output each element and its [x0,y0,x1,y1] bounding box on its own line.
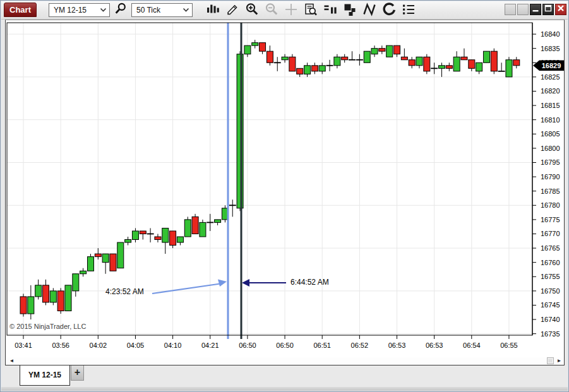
blank-button-2[interactable] [517,4,529,15]
svg-text:16770: 16770 [541,230,560,237]
svg-text:06:55: 06:55 [500,342,518,349]
svg-text:06:52: 06:52 [351,342,369,349]
svg-text:16740: 16740 [541,316,560,323]
instrument-selector[interactable]: YM 12-15 [49,3,110,17]
crosshair-button [283,3,299,18]
time-marker-label-2[interactable]: 6:44:52 AM [290,278,329,287]
svg-text:04:21: 04:21 [201,342,219,349]
svg-text:04:10: 04:10 [164,342,182,349]
zigzag-icon [362,2,377,20]
reload-icon [381,2,397,20]
window-bottom-edge [1,387,568,391]
search-icon [114,2,128,18]
chart-canvas[interactable]: 1684016835168301682516820168151681016805… [6,20,564,365]
svg-text:16755: 16755 [541,273,560,280]
svg-text:16805: 16805 [541,130,560,138]
svg-text:16765: 16765 [541,244,560,252]
chart-panels-icon [342,2,357,20]
annotation-arrows [152,279,286,294]
maximize-button[interactable] [542,4,554,15]
interval-selector[interactable]: 50 Tick [131,3,193,17]
titlebar[interactable]: Chart YM 12-15 50 Tick [1,1,568,20]
tab-row: YM 12-15 + [1,365,568,389]
tab-ym-12-15[interactable]: YM 12-15 [20,365,70,386]
instrument-search-button[interactable] [114,3,128,17]
svg-text:03:41: 03:41 [15,342,32,349]
scroll-right-icon[interactable]: ► [556,357,563,364]
add-tab-button[interactable]: + [71,365,84,381]
candles-layer [20,40,520,319]
svg-text:06:54: 06:54 [463,342,481,349]
svg-text:16835: 16835 [541,45,560,52]
svg-text:16775: 16775 [541,216,560,223]
zoom-in-button[interactable] [244,3,260,18]
minimize-icon [531,4,540,15]
svg-text:16750: 16750 [541,287,560,295]
data-box-icon [303,2,318,20]
bar-spacing-button[interactable] [322,3,338,18]
close-button[interactable] [555,4,566,15]
svg-text:16790: 16790 [541,173,560,181]
svg-text:16760: 16760 [541,259,560,266]
zoom-in-icon [244,2,260,20]
svg-text:16795: 16795 [541,158,560,166]
zoom-out-icon [264,2,279,20]
bar-spacing-icon [323,2,338,20]
reload-button[interactable] [381,3,397,18]
time-marker-label-1[interactable]: 4:23:52 AM [105,287,144,296]
svg-text:06:50: 06:50 [276,342,294,349]
svg-text:06:51: 06:51 [313,342,331,349]
svg-text:16810: 16810 [541,116,560,124]
chart-style-button[interactable] [205,3,220,18]
drawing-tools-icon [225,2,240,20]
minimize-button[interactable] [530,4,541,15]
svg-text:04:05: 04:05 [127,342,145,349]
svg-text:16825: 16825 [541,73,560,81]
chart-style-icon [205,2,220,20]
properties-icon [401,2,416,20]
svg-text:16829: 16829 [542,62,561,69]
scroll-left-icon[interactable]: ◄ [8,357,15,364]
scroll-grip[interactable] [547,357,554,364]
svg-text:16785: 16785 [541,187,560,195]
svg-text:06:50: 06:50 [239,342,256,349]
svg-text:06:53: 06:53 [426,342,443,349]
copyright-text: © 2015 NinjaTrader, LLC [9,323,86,330]
window-title: Chart [4,3,37,17]
svg-text:06:53: 06:53 [388,342,406,349]
crosshair-icon [284,2,299,20]
chart-panel: 1684016835168301682516820168151681016805… [5,20,565,365]
horizontal-scrollbar[interactable]: ◄ ► [6,357,563,365]
chevron-down-icon [183,6,189,15]
maximize-icon [544,4,553,15]
properties-button[interactable] [400,3,416,18]
zoom-out-button [263,3,279,18]
svg-text:16820: 16820 [541,87,560,95]
chevron-down-icon [100,6,107,15]
svg-text:16840: 16840 [541,30,560,38]
instrument-value: YM 12-15 [54,6,100,15]
close-icon [556,4,565,15]
zigzag-button[interactable] [361,3,377,18]
svg-text:03:56: 03:56 [52,342,69,349]
toolbar-icons [205,3,416,18]
data-box-button[interactable] [302,3,318,18]
svg-text:16780: 16780 [541,201,560,209]
svg-text:16800: 16800 [541,145,560,152]
svg-text:16735: 16735 [541,330,560,338]
svg-text:16745: 16745 [541,301,560,309]
svg-text:16815: 16815 [541,102,560,109]
chart-window: Chart YM 12-15 50 Tick 1684016835 [0,0,569,392]
chart-panels-button[interactable] [342,3,357,18]
time-axis[interactable]: 03:4103:5604:0204:0504:1004:2106:5006:50… [15,335,517,349]
svg-text:04:02: 04:02 [90,342,107,349]
last-price-marker: 16829 [533,61,564,71]
blank-button-1[interactable] [505,4,516,15]
drawing-tools-button[interactable] [224,3,240,18]
window-controls [505,4,566,15]
interval-value: 50 Tick [136,6,183,15]
